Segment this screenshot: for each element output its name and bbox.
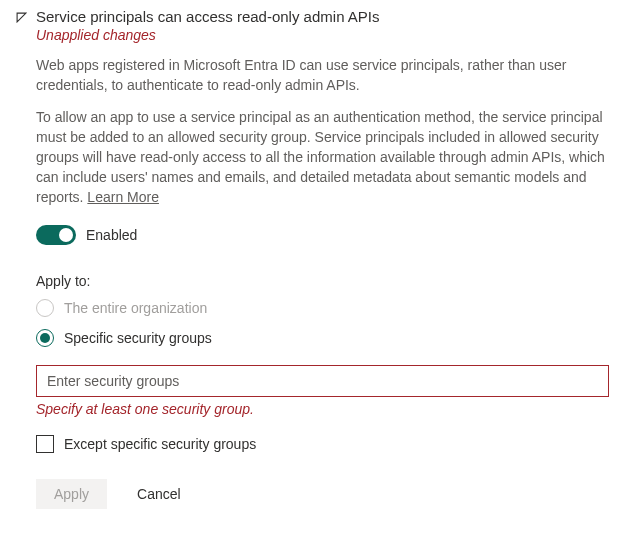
apply-to-label: Apply to: — [36, 273, 609, 289]
unapplied-changes-notice: Unapplied changes — [36, 27, 380, 43]
radio-entire-org — [36, 299, 54, 317]
description-paragraph-1: Web apps registered in Microsoft Entra I… — [36, 55, 609, 95]
apply-button[interactable]: Apply — [36, 479, 107, 509]
enabled-toggle-row: Enabled — [36, 225, 609, 245]
security-groups-input[interactable] — [36, 365, 609, 397]
radio-label-entire-org: The entire organization — [64, 300, 207, 316]
enabled-toggle[interactable] — [36, 225, 76, 245]
expand-icon[interactable] — [16, 12, 30, 25]
except-checkbox-row[interactable]: Except specific security groups — [36, 435, 609, 453]
description-paragraph-2: To allow an app to use a service princip… — [36, 107, 609, 207]
section-title: Service principals can access read-only … — [36, 8, 380, 25]
toggle-thumb — [59, 228, 73, 242]
section-content: Web apps registered in Microsoft Entra I… — [36, 55, 609, 509]
radio-specific-groups[interactable] — [36, 329, 54, 347]
radio-option-entire-org: The entire organization — [36, 299, 609, 317]
learn-more-link[interactable]: Learn More — [87, 189, 159, 205]
section-header: Service principals can access read-only … — [16, 8, 609, 43]
button-row: Apply Cancel — [36, 479, 609, 509]
enabled-toggle-label: Enabled — [86, 227, 137, 243]
security-groups-validation: Specify at least one security group. — [36, 401, 609, 417]
header-texts: Service principals can access read-only … — [36, 8, 380, 43]
except-checkbox[interactable] — [36, 435, 54, 453]
radio-option-specific-groups[interactable]: Specific security groups — [36, 329, 609, 347]
cancel-button[interactable]: Cancel — [137, 479, 181, 509]
except-checkbox-label: Except specific security groups — [64, 436, 256, 452]
radio-label-specific-groups: Specific security groups — [64, 330, 212, 346]
